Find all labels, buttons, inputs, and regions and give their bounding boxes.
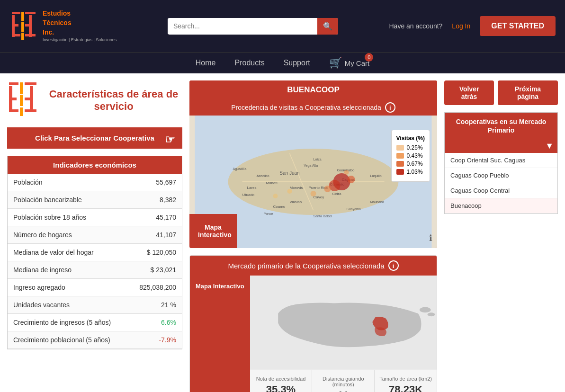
legend-item: 1.03% (396, 169, 425, 175)
indicator-label: Ingreso agregado (13, 284, 65, 291)
top-navigation: Estudios Técnicos Inc. Investigación | E… (0, 0, 565, 52)
svg-rect-22 (25, 98, 32, 100)
visits-map-subtitle: Procedencia de visitas a Cooperativa sel… (189, 99, 437, 116)
page-title: Características de área de servicio (45, 88, 182, 113)
svg-rect-17 (20, 82, 23, 94)
svg-point-61 (427, 312, 435, 316)
svg-text:Loíza: Loíza (314, 158, 322, 161)
legend-color-swatch (396, 169, 404, 175)
svg-text:Ponce: Ponce (264, 212, 273, 215)
stat-value: 78.23K (378, 383, 433, 392)
mercado-content: Mapa Interactivo (190, 276, 437, 392)
stat-label: Distancia guiando (minutos) (316, 376, 370, 387)
svg-point-52 (348, 176, 355, 183)
svg-text:Luquillo: Luquillo (370, 174, 382, 178)
left-panel: Características de área de servicio Clic… (7, 80, 182, 392)
indicators-table: Indicadores económicos Población 55,697 … (7, 156, 182, 349)
indicator-value: 8,382 (160, 196, 176, 204)
right-panel: Volver atrás Próxima página Cooperativas… (444, 80, 558, 392)
visits-map-section: BUENACOOP Procedencia de visitas a Coope… (189, 80, 437, 248)
svg-rect-18 (20, 95, 23, 106)
svg-rect-3 (12, 24, 18, 27)
interactive-map-button-mercado[interactable]: Mapa Interactivo (190, 276, 250, 392)
svg-point-53 (324, 186, 331, 192)
cooperativa-item[interactable]: Caguas Coop Pueblo (445, 168, 557, 183)
stat-value: 11 (316, 389, 370, 392)
legend-color-swatch (396, 161, 404, 167)
back-button[interactable]: Volver atrás (444, 80, 494, 105)
indicator-label: Población (13, 178, 43, 186)
stats-bar: Nota de accesibilidad 35.3% Distancia gu… (250, 370, 437, 392)
map-info-icon[interactable]: ℹ (429, 233, 432, 243)
svg-rect-15 (9, 98, 17, 100)
svg-point-55 (287, 189, 292, 194)
cooperativas-list: Coop Oriental Suc. CaguasCaguas Coop Pue… (445, 153, 557, 214)
indicator-label: Crecimiento poblacional (5 años) (13, 336, 110, 344)
select-coop-button[interactable]: Click Para Seleccionar Cooperativa ☞ (7, 127, 182, 149)
search-input[interactable] (168, 18, 317, 34)
company-logo (9, 9, 38, 43)
company-name-text: Estudios Técnicos Inc. Investigación | E… (43, 9, 117, 43)
indicator-value: 45,170 (156, 214, 176, 221)
search-area: 🔍 (126, 18, 379, 35)
legend-label: 1.03% (407, 169, 423, 175)
legend-item: 0.25% (396, 144, 425, 151)
left-logo (7, 80, 40, 120)
indicator-row: Población bancarizable 8,382 (8, 191, 182, 209)
cooperativa-item[interactable]: Buenacoop (445, 198, 557, 214)
indicator-row: Unidades vacantes 21 % (8, 296, 182, 314)
svg-point-57 (344, 170, 349, 175)
cart-area[interactable]: 🛒 0 My Cart (329, 57, 370, 69)
svg-text:Villalba: Villalba (290, 200, 302, 204)
legend-item: 0.43% (396, 152, 425, 159)
next-button[interactable]: Próxima página (498, 80, 558, 105)
svg-point-56 (273, 194, 278, 198)
legend-label: 0.43% (407, 152, 423, 159)
secondary-navigation: Home Products Support 🛒 0 My Cart (0, 52, 565, 73)
indicator-label: Número de hogares (13, 231, 72, 239)
search-button[interactable]: 🔍 (317, 18, 338, 35)
indicator-value: 41,107 (156, 231, 176, 239)
indicator-value: 21 % (161, 301, 176, 309)
svg-text:Morovis: Morovis (290, 186, 303, 190)
indicator-label: Población sobre 18 años (13, 214, 86, 221)
stat-label: Tamaño de área (km2) (378, 376, 433, 382)
info-icon-mercado[interactable]: i (388, 260, 399, 271)
main-content: Características de área de servicio Clic… (0, 73, 565, 392)
nav-home[interactable]: Home (196, 54, 216, 72)
indicator-row: Crecimiento poblacional (5 años) -7.9% (8, 331, 182, 349)
svg-text:Vega Alta: Vega Alta (304, 164, 318, 168)
cooperativas-subheader: ▼ (445, 139, 557, 153)
cooperativa-item[interactable]: Caguas Coop Central (445, 183, 557, 198)
svg-rect-6 (21, 22, 24, 32)
indicator-value: 825,038,200 (139, 284, 176, 291)
svg-rect-11 (25, 34, 36, 36)
nav-support[interactable]: Support (284, 54, 310, 72)
info-icon-visits[interactable]: i (385, 102, 395, 113)
cooperativas-section: Cooperativas en su Mercado Primario ▼ Co… (444, 112, 558, 214)
indicator-value: -7.9% (159, 336, 176, 344)
svg-rect-23 (25, 109, 36, 112)
interactive-map-button-visits[interactable]: Mapa Interactivo (189, 214, 237, 248)
svg-text:Manatí: Manatí (266, 181, 278, 185)
visits-map-container: San Juan Manatí Lares Morovis Arecibo Ag… (189, 116, 437, 248)
left-header: Características de área de servicio (7, 80, 182, 120)
get-started-button[interactable]: GET STARTED (480, 16, 556, 36)
cooperativa-item[interactable]: Coop Oriental Suc. Caguas (445, 153, 557, 168)
stat-item: Tamaño de área (km2) 78.23K (374, 370, 437, 392)
svg-text:Guayama: Guayama (347, 207, 361, 211)
legend-item: 0.67% (396, 160, 425, 167)
svg-rect-1 (12, 12, 20, 14)
svg-text:Lares: Lares (247, 186, 257, 190)
legend-label: 0.25% (407, 144, 423, 151)
indicator-row: Población 55,697 (8, 174, 182, 191)
indicator-value: 6.6% (161, 319, 176, 326)
cooperativas-header: Cooperativas en su Mercado Primario (445, 113, 557, 139)
cursor-icon: ☞ (165, 133, 175, 146)
coop-name-header: BUENACOOP (189, 80, 437, 99)
login-link[interactable]: Log In (452, 22, 470, 30)
nav-products[interactable]: Products (235, 54, 265, 72)
svg-rect-7 (21, 33, 24, 40)
mercado-header: Mercado primario de la Cooperativa selec… (190, 256, 437, 276)
svg-rect-8 (25, 12, 36, 14)
